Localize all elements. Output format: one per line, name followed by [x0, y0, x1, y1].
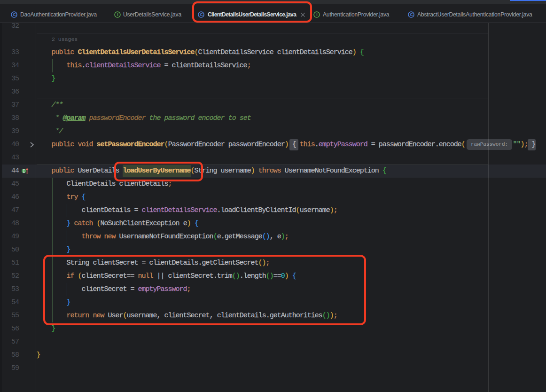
svg-text:C: C — [410, 12, 413, 17]
svg-text:I: I — [316, 12, 317, 17]
svg-text:I: I — [117, 12, 118, 17]
svg-text:C: C — [13, 12, 16, 17]
